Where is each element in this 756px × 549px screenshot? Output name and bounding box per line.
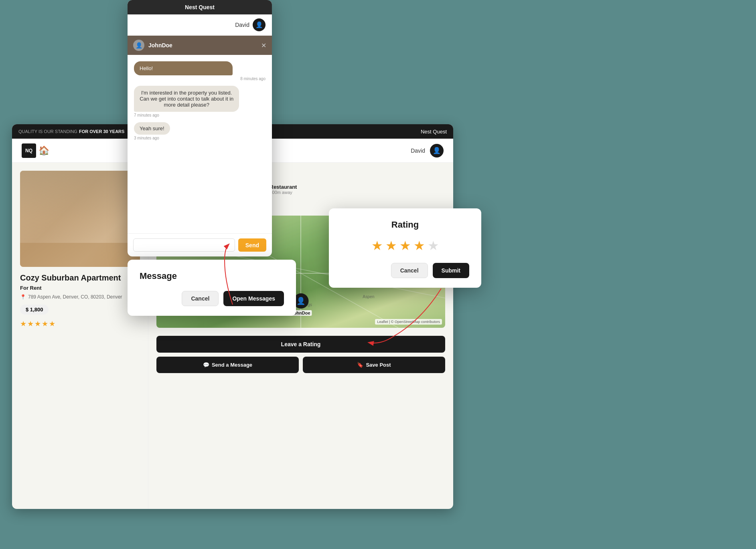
property-stars: ★★★★★: [20, 319, 140, 328]
leave-rating-button[interactable]: Leave a Rating: [156, 336, 445, 353]
message-time-1: 8 minutes ago: [134, 77, 266, 81]
rating-submit-button[interactable]: Submit: [433, 263, 469, 278]
topbar-app-name: Nest Quest: [421, 129, 447, 135]
message-modal-title: Message: [140, 271, 284, 281]
message-modal: Message Cancel Open Messages: [128, 260, 296, 316]
nearby-info-restaurant: Restaurant 500m away: [270, 184, 297, 195]
message-bubble-interested: I'm interested in the property you liste…: [134, 86, 239, 112]
close-chat-icon[interactable]: ✕: [261, 42, 266, 49]
chat-input-field[interactable]: [133, 238, 235, 252]
save-post-button[interactable]: 🔖 Save Post: [303, 357, 445, 373]
message-group-1: Hello! 8 minutes ago: [134, 61, 266, 81]
restaurant-dist: 500m away: [270, 190, 297, 195]
active-contact-avatar: 👤: [133, 40, 144, 51]
star-1[interactable]: ★: [371, 238, 383, 253]
chat-messages: Hello! 8 minutes ago I'm interested in t…: [128, 55, 272, 233]
rent-type: Rent: [30, 285, 42, 291]
star-3[interactable]: ★: [399, 238, 411, 253]
address-icon: 📍: [20, 294, 26, 300]
message-icon: 💬: [203, 362, 209, 368]
chat-subheader: David 👤: [128, 14, 272, 36]
rating-modal-title: Rating: [341, 220, 469, 230]
property-for-rent: For Rent: [20, 285, 140, 291]
save-icon: 🔖: [357, 362, 363, 368]
send-message-button[interactable]: 💬 Send a Message: [156, 357, 299, 373]
rating-modal: Rating ★ ★ ★ ★ ★ Cancel Submit: [329, 208, 481, 288]
active-contact-name: JohnDoe: [148, 42, 257, 48]
btn-row: 💬 Send a Message 🔖 Save Post: [156, 357, 445, 373]
star-4[interactable]: ★: [413, 238, 425, 253]
property-image: [20, 171, 140, 267]
property-title: Cozy Suburban Apartment: [20, 273, 140, 283]
message-group-3: Yeah sure! 3 minutes ago: [134, 122, 266, 140]
star-2[interactable]: ★: [385, 238, 397, 253]
action-buttons: Leave a Rating 💬 Send a Message 🔖 Save P…: [156, 336, 445, 373]
quality-tagline-years: FOR OVER 30 YEARS: [79, 129, 125, 134]
address-text: 789 Aspen Ave, Denver, CO, 80203, Denver: [28, 294, 122, 300]
logo-text: NQ: [25, 148, 32, 153]
message-cancel-button[interactable]: Cancel: [182, 291, 219, 306]
chat-user-avatar[interactable]: 👤: [253, 18, 266, 31]
star-5[interactable]: ★: [428, 238, 439, 253]
chat-input-area: Send: [128, 233, 272, 256]
nav-avatar[interactable]: 👤: [430, 144, 444, 157]
logo: NQ 🏠: [22, 143, 49, 158]
message-bubble-hello: Hello!: [134, 61, 233, 75]
rating-modal-buttons: Cancel Submit: [341, 263, 469, 278]
chat-header: Nest Quest: [128, 0, 272, 14]
chat-user-label: David: [235, 22, 249, 28]
property-address: 📍 789 Aspen Ave, Denver, CO, 80203, Denv…: [20, 294, 140, 300]
chat-window: Nest Quest David 👤 👤 JohnDoe ✕ Hello! 8 …: [128, 0, 272, 256]
nav-user-name: David: [411, 147, 425, 154]
message-time-2: 7 minutes ago: [134, 113, 266, 117]
message-group-2: I'm interested in the property you liste…: [134, 86, 266, 117]
svg-text:Aspen: Aspen: [363, 295, 374, 299]
rating-cancel-button[interactable]: Cancel: [391, 263, 428, 278]
chat-send-button[interactable]: Send: [238, 238, 266, 252]
open-messages-button[interactable]: Open Messages: [223, 291, 284, 306]
active-contact-bar: 👤 JohnDoe ✕: [128, 36, 272, 55]
for-label: For: [20, 285, 28, 291]
message-time-3: 3 minutes ago: [134, 136, 266, 140]
quality-tagline-prefix: QUALITY IS OUR STANDING: [18, 129, 77, 134]
message-bubble-yeah: Yeah sure!: [134, 122, 170, 135]
message-modal-buttons: Cancel Open Messages: [140, 291, 284, 306]
rating-stars[interactable]: ★ ★ ★ ★ ★: [341, 238, 469, 253]
map-credit: Leaflet | © OpenStreetMap contributors: [375, 319, 442, 325]
logo-icon: NQ: [22, 143, 36, 158]
navbar-right: David 👤: [411, 144, 444, 157]
property-price: $ 1,800: [20, 305, 49, 315]
restaurant-name: Restaurant: [270, 184, 297, 190]
